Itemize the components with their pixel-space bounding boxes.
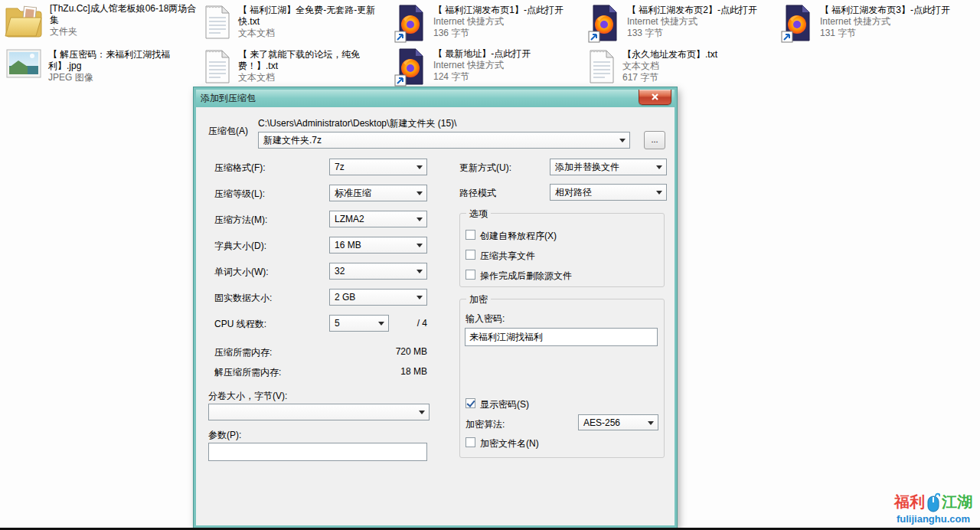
level-value: 标准压缩	[335, 187, 371, 200]
word-size-value: 32	[335, 266, 345, 276]
compress-shared-checkbox[interactable]	[466, 250, 475, 260]
encrypt-filenames-checkbox[interactable]	[466, 437, 475, 447]
format-combobox[interactable]: 7z	[329, 159, 427, 175]
text-file-icon	[204, 5, 231, 40]
desktop-tile[interactable]: 【 福利江湖发布页1】-点此打开 Internet 快捷方式 136 字节	[394, 5, 586, 43]
site-watermark: 福利 江湖 fulijianghu.com	[894, 492, 972, 525]
encryption-method-value: AES-256	[583, 417, 620, 428]
chevron-down-icon[interactable]	[413, 212, 426, 226]
format-value: 7z	[335, 162, 345, 172]
chevron-down-icon[interactable]	[413, 186, 426, 200]
dictionary-value: 16 MB	[335, 240, 361, 250]
archive-name-combobox[interactable]: 新建文件夹.7z	[258, 132, 630, 149]
password-label: 输入密码:	[466, 312, 505, 326]
level-combobox[interactable]: 标准压缩	[329, 185, 427, 201]
encryption-group-title: 加密	[466, 293, 491, 306]
text-file-icon	[588, 49, 616, 84]
firefox-shortcut-icon	[394, 48, 426, 87]
memory-compress-label: 压缩所需内存:	[214, 346, 272, 359]
browse-button[interactable]: ...	[644, 131, 665, 149]
path-mode-value: 相对路径	[555, 186, 592, 199]
file-name: 【 来了就能下载的论坛，纯免费！】.txt	[238, 49, 391, 72]
close-icon	[651, 93, 659, 101]
file-type: Internet 快捷方式	[627, 16, 780, 28]
encryption-method-label: 加密算法:	[466, 418, 505, 431]
chevron-down-icon[interactable]	[653, 185, 665, 199]
watermark-brand-left: 福利	[894, 492, 925, 512]
solid-block-value: 2 GB	[335, 292, 355, 303]
desktop-tile[interactable]: 【 福利江湖发布页2】-点此打开 Internet 快捷方式 133 字节	[588, 5, 780, 43]
encrypt-filenames-label: 加密文件名(N)	[480, 437, 539, 450]
mouse-icon	[926, 492, 940, 512]
file-size: 133 字节	[627, 28, 780, 39]
show-password-checkbox[interactable]	[466, 398, 475, 408]
desktop-tile[interactable]: 【 福利江湖】全免费-无套路-更新快.txt 文本文档	[204, 5, 391, 40]
archive-label: 压缩包(A)	[208, 125, 248, 138]
options-group-title: 选项	[466, 208, 491, 221]
chevron-down-icon[interactable]	[413, 238, 426, 252]
cpu-threads-label: CPU 线程数:	[214, 318, 266, 331]
encryption-method-combobox[interactable]: AES-256	[578, 414, 658, 430]
file-name: 【永久地址发布页】.txt	[622, 49, 776, 61]
file-name: 【 最新地址】-点此打开	[433, 48, 586, 60]
desktop-tile[interactable]: 【永久地址发布页】.txt 文本文档 617 字节	[588, 49, 776, 84]
update-mode-combobox[interactable]: 添加并替换文件	[550, 159, 667, 175]
method-value: LZMA2	[335, 214, 364, 224]
dictionary-label: 字典大小(D):	[214, 240, 266, 253]
file-size: 136 字节	[433, 28, 586, 39]
solid-block-combobox[interactable]: 2 GB	[329, 289, 427, 306]
chevron-down-icon[interactable]	[413, 160, 426, 174]
memory-decompress-label: 解压缩所需内存:	[214, 366, 281, 379]
split-volume-combobox[interactable]	[208, 404, 430, 420]
create-sfx-checkbox[interactable]	[466, 230, 475, 240]
file-type: Internet 快捷方式	[433, 60, 586, 71]
update-mode-value: 添加并替换文件	[555, 161, 619, 174]
chevron-down-icon[interactable]	[616, 133, 629, 147]
firefox-shortcut-icon	[394, 5, 426, 43]
file-name: 【 解压密码：来福利江湖找福利】.jpg	[48, 49, 201, 72]
chevron-down-icon[interactable]	[416, 405, 428, 419]
file-name: 【 福利江湖】全免费-无套路-更新快.txt	[238, 5, 391, 28]
desktop-tile[interactable]: 【 解压密码：来福利江湖找福利】.jpg JPEG 图像	[6, 49, 201, 83]
desktop-tile[interactable]: 【 最新地址】-点此打开 Internet 快捷方式 124 字节	[394, 48, 586, 87]
file-type: JPEG 图像	[48, 72, 201, 83]
word-size-label: 单词大小(W):	[214, 266, 269, 279]
file-type: 文件夹	[50, 26, 203, 38]
file-size: 617 字节	[622, 72, 776, 83]
parameters-input[interactable]	[208, 443, 427, 461]
delete-after-checkbox[interactable]	[466, 270, 475, 280]
create-sfx-label: 创建自释放程序(X)	[480, 230, 557, 243]
dictionary-combobox[interactable]: 16 MB	[329, 237, 427, 254]
chevron-down-icon[interactable]	[653, 160, 665, 174]
method-combobox[interactable]: LZMA2	[329, 211, 427, 227]
compress-shared-label: 压缩共享文件	[480, 250, 535, 263]
add-to-archive-dialog: 添加到压缩包 压缩包(A) C:\Users\Administrator\Des…	[194, 87, 677, 528]
path-mode-combobox[interactable]: 相对路径	[550, 184, 667, 201]
cpu-threads-value: 5	[335, 318, 340, 329]
desktop-tile[interactable]: [ThZu.Cc]成人馆老板娘06-18两场合集 文件夹	[5, 3, 203, 38]
file-type: Internet 快捷方式	[433, 16, 586, 28]
cpu-threads-combobox[interactable]: 5	[329, 315, 389, 332]
chevron-down-icon[interactable]	[375, 316, 387, 330]
chevron-down-icon[interactable]	[413, 290, 426, 304]
show-password-label: 显示密码(S)	[480, 398, 529, 411]
format-label: 压缩格式(F):	[214, 162, 266, 175]
password-input[interactable]	[465, 328, 658, 346]
desktop-tile[interactable]: 【 来了就能下载的论坛，纯免费！】.txt 文本文档	[204, 49, 391, 84]
delete-after-label: 操作完成后删除源文件	[480, 270, 572, 283]
cpu-threads-max: / 4	[397, 318, 427, 329]
desktop-tile[interactable]: 【 福利江湖发布页3】-点此打开 Internet 快捷方式 131 字节	[781, 5, 973, 43]
parameters-label: 参数(P):	[208, 429, 241, 442]
memory-compress-value: 720 MB	[329, 346, 427, 357]
folder-icon	[5, 3, 43, 38]
close-button[interactable]	[639, 90, 671, 105]
word-size-combobox[interactable]: 32	[329, 263, 427, 280]
path-mode-label: 路径模式	[459, 187, 496, 200]
file-name: 【 福利江湖发布页1】-点此打开	[433, 5, 586, 16]
chevron-down-icon[interactable]	[645, 416, 657, 429]
file-type: Internet 快捷方式	[820, 16, 973, 28]
split-volume-label: 分卷大小，字节(V):	[208, 390, 287, 403]
dialog-title: 添加到压缩包	[201, 92, 256, 105]
watermark-domain: fulijianghu.com	[897, 513, 970, 525]
chevron-down-icon[interactable]	[413, 264, 426, 278]
